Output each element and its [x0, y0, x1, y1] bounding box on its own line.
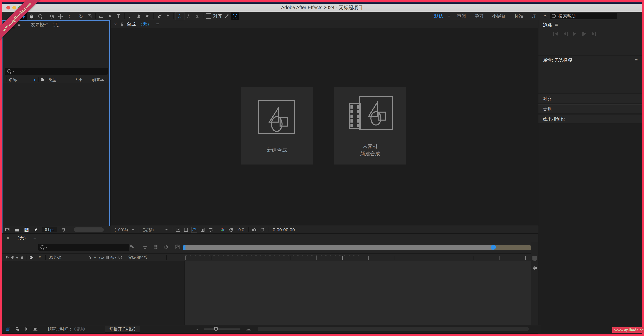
- pan-camera-tool-button[interactable]: [56, 12, 65, 20]
- unlock-icon[interactable]: [120, 22, 124, 26]
- column-parent-link[interactable]: 父级和链接: [128, 255, 148, 260]
- dolly-camera-tool-button[interactable]: ↕: [65, 12, 74, 20]
- workspace-tab-small-screen[interactable]: 小屏幕: [492, 13, 506, 19]
- comp-mini-view-icon[interactable]: [5, 326, 11, 332]
- label-tag-icon[interactable]: [40, 78, 45, 82]
- snapshot-camera-icon[interactable]: [252, 227, 257, 232]
- workspace-tab-review[interactable]: 审阅: [457, 13, 466, 19]
- last-frame-button[interactable]: [592, 32, 596, 36]
- search-options-chevron-icon[interactable]: [46, 247, 48, 249]
- column-size[interactable]: 大小: [74, 77, 82, 82]
- new-composition-card[interactable]: 新建合成: [241, 87, 313, 164]
- new-folder-icon[interactable]: [14, 227, 20, 232]
- project-search-input[interactable]: [5, 68, 108, 75]
- workspace-menu-icon[interactable]: ≡: [448, 13, 450, 19]
- timeline-search-input[interactable]: [38, 244, 129, 251]
- shapes-toggle-icon[interactable]: [15, 326, 20, 332]
- project-items-area[interactable]: [2, 84, 110, 226]
- properties-panel-menu-icon[interactable]: ≡: [635, 58, 638, 63]
- frame-blending-icon[interactable]: [153, 244, 158, 250]
- comp-mini-flowchart-button-icon[interactable]: [532, 265, 537, 270]
- workspace-tab-learn[interactable]: 学习: [474, 13, 484, 19]
- effects-fx-icon[interactable]: fx: [101, 255, 104, 260]
- bit-depth-button[interactable]: 8 bpc: [42, 227, 57, 232]
- window-titlebar[interactable]: Adobe After Effects 2024 - 无标题项目: [2, 4, 642, 12]
- clone-stamp-tool-button[interactable]: [134, 12, 143, 20]
- snap-checkbox[interactable]: [206, 13, 211, 19]
- graph-editor-icon[interactable]: [174, 244, 180, 250]
- workspace-tab-standard[interactable]: 标准: [514, 13, 523, 19]
- show-snapshot-icon[interactable]: [260, 227, 265, 232]
- solo-icon[interactable]: ●: [16, 255, 18, 260]
- column-source-name[interactable]: 源名称: [49, 255, 61, 260]
- roto-brush-tool-button[interactable]: [155, 12, 164, 20]
- close-panel-icon[interactable]: ×: [114, 22, 117, 27]
- type-tool-button[interactable]: T: [114, 12, 123, 20]
- motion-blur-icon[interactable]: [163, 244, 169, 250]
- time-navigator-start-handle[interactable]: [183, 245, 186, 250]
- exposure-icon[interactable]: [228, 227, 234, 232]
- first-frame-button[interactable]: [554, 32, 558, 36]
- zoom-in-mountains-icon[interactable]: [245, 327, 251, 331]
- draft-3d-icon[interactable]: [142, 244, 148, 250]
- column-name[interactable]: 名称: [9, 77, 17, 82]
- motion-blur-switch-icon[interactable]: ◎: [110, 255, 114, 260]
- pen-tool-button[interactable]: [106, 12, 114, 20]
- snap-toggle[interactable]: 对齐: [206, 13, 222, 19]
- play-button[interactable]: [574, 32, 576, 36]
- zoom-slider-knob[interactable]: [214, 327, 218, 331]
- view-axis-mode-button[interactable]: [193, 12, 202, 20]
- workspace-overflow-chevrons[interactable]: »: [544, 13, 546, 19]
- channels-icon[interactable]: [220, 227, 226, 232]
- render-snail-icon[interactable]: [33, 326, 38, 332]
- fast-preview-icon[interactable]: [175, 227, 181, 232]
- camera-tool-button[interactable]: [85, 12, 94, 20]
- audio-speaker-icon[interactable]: [10, 255, 15, 260]
- label-tag-icon[interactable]: [29, 255, 34, 260]
- layer-list-area[interactable]: [2, 261, 184, 325]
- feather-icon[interactable]: [33, 227, 38, 232]
- help-search-input[interactable]: 搜索帮助: [550, 13, 617, 19]
- collapse-transforms-icon[interactable]: ☀: [93, 255, 97, 260]
- local-axis-mode-button[interactable]: [175, 12, 184, 20]
- composition-panel-menu-icon[interactable]: ≡: [156, 22, 159, 27]
- timeline-horizontal-scrollbar[interactable]: [258, 327, 529, 331]
- adjustment-layer-icon[interactable]: ◐: [115, 255, 118, 260]
- comp-marker-bin-icon[interactable]: [532, 256, 537, 262]
- world-axis-mode-button[interactable]: [184, 12, 193, 20]
- tab-composition[interactable]: 合成: [127, 21, 136, 27]
- exposure-value[interactable]: +0.0: [236, 228, 244, 232]
- frame-blend-switch-icon[interactable]: [106, 255, 110, 260]
- shy-icon[interactable]: [88, 255, 92, 260]
- eraser-tool-button[interactable]: [143, 12, 152, 20]
- effects-presets-panel-header[interactable]: 效果和预设: [538, 114, 642, 124]
- rectangle-tool-button[interactable]: ▭: [97, 12, 106, 20]
- brush-tool-button[interactable]: [126, 12, 134, 20]
- trash-icon[interactable]: [61, 227, 66, 232]
- lock-icon[interactable]: [20, 255, 24, 260]
- toggle-switches-modes-button[interactable]: 切换开关/模式: [105, 326, 140, 332]
- time-navigator-remainder[interactable]: [493, 245, 531, 250]
- mask-path-visibility-icon[interactable]: [191, 227, 197, 233]
- magnification-dropdown[interactable]: (100%): [114, 228, 128, 232]
- workspace-tab-default[interactable]: 默认: [434, 13, 443, 19]
- workspace-tab-library[interactable]: 库: [532, 13, 536, 19]
- rotate-tool-button[interactable]: ↻: [76, 12, 85, 20]
- audio-panel-header[interactable]: 音频: [538, 104, 642, 113]
- time-navigator-bar[interactable]: [184, 245, 493, 250]
- puppet-pin-tool-button[interactable]: [164, 12, 172, 20]
- snap-expand-toggle[interactable]: [231, 12, 240, 20]
- new-composition-from-footage-card[interactable]: 从素材 新建合成: [334, 87, 406, 164]
- sort-ascending-icon[interactable]: ▲: [33, 78, 36, 82]
- search-options-chevron-icon[interactable]: [12, 71, 15, 73]
- timeline-zoom-slider[interactable]: [204, 328, 240, 330]
- grid-guides-icon[interactable]: [183, 227, 189, 232]
- cube-3d-icon[interactable]: [118, 255, 122, 260]
- close-panel-icon[interactable]: ×: [7, 236, 9, 240]
- interpret-footage-icon[interactable]: [5, 227, 10, 232]
- project-horizontal-scrollbar[interactable]: [74, 228, 104, 232]
- time-navigator-end-handle[interactable]: [491, 245, 496, 250]
- video-eye-icon[interactable]: [4, 255, 9, 260]
- in-out-points-icon[interactable]: [24, 326, 29, 332]
- new-composition-icon[interactable]: [24, 227, 30, 232]
